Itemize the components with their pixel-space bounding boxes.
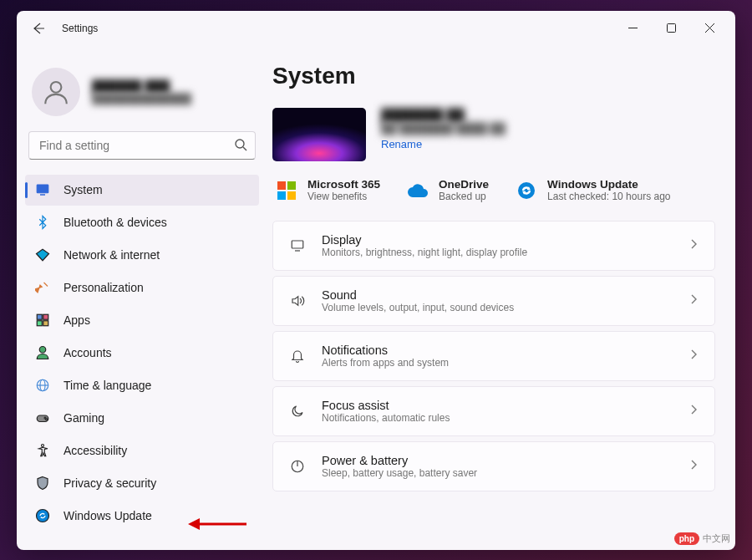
card-title: Display	[322, 233, 673, 247]
system-icon	[35, 182, 50, 197]
profile-name: ██████ ███	[92, 79, 191, 93]
annotation-arrow	[188, 517, 246, 532]
person-icon	[42, 78, 70, 106]
quick-title: OneDrive	[439, 178, 489, 191]
search-box	[28, 131, 256, 160]
svg-point-21	[37, 510, 49, 522]
sidebar-item-bluetooth[interactable]: Bluetooth & devices	[25, 207, 259, 238]
sidebar-item-network[interactable]: Network & internet	[25, 240, 259, 271]
settings-list: DisplayMonitors, brightness, night light…	[272, 221, 715, 491]
search-input[interactable]	[28, 131, 256, 160]
device-info: ███████ ██ ██ ███████ ████ ██ Rename	[381, 108, 506, 150]
sidebar-item-apps[interactable]: Apps	[25, 305, 259, 336]
sidebar-item-personalization[interactable]: Personalization	[25, 272, 259, 303]
game-icon	[35, 410, 50, 425]
profile-email: ██████████████	[92, 93, 191, 104]
watermark-text: 中文网	[703, 532, 730, 545]
quick-title: Windows Update	[547, 178, 670, 191]
svg-point-20	[42, 445, 44, 447]
update-icon	[35, 508, 50, 523]
sidebar-item-system[interactable]: System	[25, 175, 259, 206]
close-button[interactable]	[690, 15, 729, 42]
content: ██████ ███ ██████████████ SystemBluetoot…	[17, 46, 735, 550]
profile-block[interactable]: ██████ ███ ██████████████	[25, 46, 259, 131]
setting-card-notifications[interactable]: NotificationsAlerts from apps and system	[272, 331, 715, 381]
display-icon	[288, 238, 307, 253]
maximize-icon	[667, 23, 676, 33]
quick-onedrive[interactable]: OneDriveBacked up	[407, 178, 489, 202]
svg-point-13	[39, 347, 46, 354]
sidebar-item-time[interactable]: Time & language	[25, 370, 259, 401]
device-model: ██ ███████ ████ ██	[381, 122, 506, 135]
back-button[interactable]	[30, 20, 47, 37]
nav-list: SystemBluetooth & devicesNetwork & inter…	[25, 175, 259, 532]
sidebar-item-label: Personalization	[64, 281, 144, 294]
quick-windows-update[interactable]: Windows UpdateLast checked: 10 hours ago	[516, 178, 670, 202]
svg-point-4	[51, 81, 62, 92]
paint-icon	[35, 280, 50, 295]
sidebar-item-gaming[interactable]: Gaming	[25, 403, 259, 434]
window-title: Settings	[62, 23, 98, 34]
svg-rect-7	[37, 185, 48, 193]
card-sub: Notifications, automatic rules	[322, 412, 673, 424]
setting-card-focus[interactable]: Focus assistNotifications, automatic rul…	[272, 386, 715, 436]
avatar	[32, 68, 80, 116]
window-controls	[613, 15, 729, 42]
chevron-right-icon	[688, 293, 699, 308]
sidebar-item-label: Network & internet	[64, 248, 160, 262]
setting-card-display[interactable]: DisplayMonitors, brightness, night light…	[272, 221, 715, 271]
quick-sub: Backed up	[439, 191, 489, 202]
watermark: php 中文网	[674, 532, 730, 545]
svg-rect-1	[667, 24, 675, 33]
sidebar-item-label: Time & language	[64, 379, 151, 392]
card-title: Focus assist	[322, 399, 673, 412]
svg-rect-8	[40, 194, 45, 196]
sidebar-item-label: Windows Update	[64, 509, 152, 522]
quick-sub: View benefits	[307, 191, 380, 202]
card-sub: Volume levels, output, input, sound devi…	[322, 302, 673, 313]
access-icon	[35, 443, 50, 458]
svg-rect-10	[43, 314, 48, 319]
quick-row: Microsoft 365View benefits OneDriveBacke…	[272, 178, 715, 202]
ms365-icon	[276, 180, 297, 201]
setting-card-power[interactable]: Power & batterySleep, battery usage, bat…	[272, 441, 715, 491]
wifi-icon	[35, 247, 50, 262]
sync-icon	[516, 180, 537, 201]
sidebar-item-label: Bluetooth & devices	[64, 216, 167, 229]
main-panel[interactable]: System ███████ ██ ██ ███████ ████ ██ Ren…	[267, 46, 735, 550]
device-name: ███████ ██	[381, 108, 506, 122]
sidebar-item-label: Privacy & security	[64, 476, 156, 490]
apps-icon	[35, 313, 50, 328]
chevron-right-icon	[688, 404, 699, 419]
card-sub: Alerts from apps and system	[322, 357, 673, 369]
sidebar-item-accessibility[interactable]: Accessibility	[25, 435, 259, 466]
card-text: SoundVolume levels, output, input, sound…	[322, 288, 673, 313]
setting-card-sound[interactable]: SoundVolume levels, output, input, sound…	[272, 276, 715, 326]
maximize-button[interactable]	[652, 15, 690, 42]
rename-link[interactable]: Rename	[381, 138, 506, 150]
arrow-left-icon	[32, 22, 45, 35]
svg-point-19	[46, 419, 48, 420]
card-title: Notifications	[322, 344, 673, 357]
svg-rect-9	[37, 314, 42, 319]
settings-window: Settings ██████ ███ ██████████████	[17, 11, 735, 550]
quick-title: Microsoft 365	[307, 178, 380, 191]
card-text: Power & batterySleep, battery usage, bat…	[322, 454, 673, 479]
sound-icon	[288, 293, 307, 308]
card-sub: Sleep, battery usage, battery saver	[322, 467, 673, 479]
sidebar-item-privacy[interactable]: Privacy & security	[25, 468, 259, 499]
card-title: Sound	[322, 288, 673, 302]
sidebar: ██████ ███ ██████████████ SystemBluetoot…	[17, 46, 267, 550]
sidebar-item-label: Apps	[64, 313, 90, 327]
globe-icon	[35, 378, 50, 393]
sidebar-item-accounts[interactable]: Accounts	[25, 338, 259, 369]
device-wallpaper[interactable]	[272, 108, 366, 161]
card-title: Power & battery	[322, 454, 673, 467]
svg-marker-23	[188, 518, 200, 530]
bluetooth-icon	[35, 215, 50, 230]
minimize-button[interactable]	[613, 15, 652, 42]
quick-ms365[interactable]: Microsoft 365View benefits	[276, 178, 380, 202]
svg-rect-25	[292, 241, 303, 248]
sidebar-item-label: Accessibility	[64, 444, 127, 457]
minimize-icon	[628, 23, 638, 33]
